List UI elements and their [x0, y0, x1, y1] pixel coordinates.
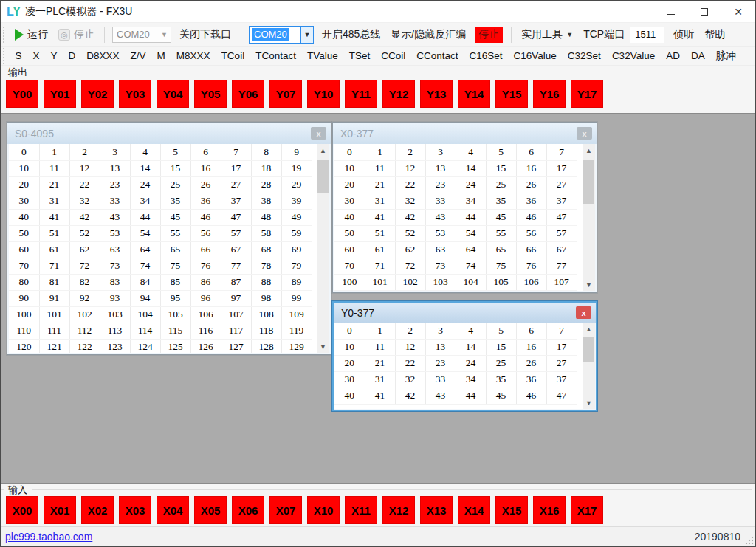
grid-cell-100[interactable]: 100 [334, 274, 365, 290]
grid-cell-113[interactable]: 113 [100, 323, 130, 339]
grid-cell-106[interactable]: 106 [190, 306, 221, 323]
grid-cell-45[interactable]: 45 [486, 388, 516, 404]
device-tab-x[interactable]: X [27, 49, 45, 63]
output-button-Y01[interactable]: Y01 [44, 80, 76, 108]
com-port-input[interactable]: COM20 [250, 27, 300, 43]
grid-cell-55[interactable]: 55 [486, 225, 516, 241]
grid-cell-69[interactable]: 69 [281, 241, 312, 258]
grid-cell-23[interactable]: 23 [425, 176, 456, 193]
grid-cell-101[interactable]: 101 [39, 306, 69, 323]
grid-cell-31[interactable]: 31 [39, 193, 69, 209]
grid-cell-24[interactable]: 24 [130, 176, 160, 193]
toolbar-grip[interactable] [3, 27, 6, 43]
device-tab-ad[interactable]: AD [661, 49, 686, 63]
grid-cell-46[interactable]: 46 [516, 388, 546, 404]
device-tab-c32value[interactable]: C32Value [606, 49, 660, 63]
grid-cell-53[interactable]: 53 [425, 225, 456, 241]
grid-cell-103[interactable]: 103 [100, 306, 130, 323]
grid-cell-92[interactable]: 92 [69, 290, 100, 306]
grid-cell-9[interactable]: 9 [281, 144, 312, 160]
grid-cell-17[interactable]: 17 [546, 160, 577, 176]
grid-cell-22[interactable]: 22 [395, 176, 425, 193]
grid-cell-7[interactable]: 7 [546, 144, 577, 160]
grid-cell-65[interactable]: 65 [486, 241, 516, 258]
grid-cell-2[interactable]: 2 [395, 144, 425, 160]
device-tab-ccoil[interactable]: CCoil [376, 49, 411, 63]
grid-cell-40[interactable]: 40 [9, 209, 39, 225]
grid-cell-4[interactable]: 4 [130, 144, 160, 160]
grid-cell-15[interactable]: 15 [486, 339, 516, 355]
grid-cell-39[interactable]: 39 [281, 193, 312, 209]
mdi-window-titlebar[interactable]: S0-4095 x [7, 123, 331, 144]
grid-cell-50[interactable]: 50 [334, 225, 365, 241]
grid-cell-16[interactable]: 16 [190, 160, 221, 176]
grid-cell-7[interactable]: 7 [546, 323, 577, 339]
device-tab-tcoil[interactable]: TCoil [216, 49, 250, 63]
grid-cell-40[interactable]: 40 [334, 388, 365, 404]
grid-cell-13[interactable]: 13 [425, 160, 456, 176]
grid-cell-67[interactable]: 67 [221, 241, 251, 258]
grid-cell-7[interactable]: 7 [221, 144, 251, 160]
mdi-close-icon[interactable]: x [576, 306, 591, 319]
grid-cell-36[interactable]: 36 [516, 371, 546, 388]
grid-cell-0[interactable]: 0 [334, 323, 365, 339]
grid-cell-21[interactable]: 21 [365, 176, 395, 193]
grid-cell-63[interactable]: 63 [425, 241, 456, 258]
grid-cell-43[interactable]: 43 [425, 209, 456, 225]
grid-cell-29[interactable]: 29 [281, 176, 312, 193]
grid-cell-81[interactable]: 81 [39, 274, 69, 290]
grid-cell-77[interactable]: 77 [221, 258, 251, 274]
output-button-Y06[interactable]: Y06 [232, 80, 264, 108]
grid-cell-47[interactable]: 47 [221, 209, 251, 225]
output-button-Y11[interactable]: Y11 [345, 80, 377, 108]
grid-cell-1[interactable]: 1 [39, 144, 69, 160]
com-port-combobox[interactable]: COM20 ▼ [249, 26, 314, 44]
grid-cell-10[interactable]: 10 [9, 160, 39, 176]
output-button-Y03[interactable]: Y03 [119, 80, 151, 108]
input-button-X04[interactable]: X04 [157, 496, 189, 524]
mdi-window-s0-4095[interactable]: S0-4095 x 012345678910111213141516171819… [7, 122, 331, 355]
grid-cell-62[interactable]: 62 [69, 241, 100, 258]
grid-cell-93[interactable]: 93 [100, 290, 130, 306]
grid-cell-0[interactable]: 0 [9, 144, 39, 160]
grid-cell-102[interactable]: 102 [395, 274, 425, 290]
grid-cell-82[interactable]: 82 [69, 274, 100, 290]
grid-cell-114[interactable]: 114 [130, 323, 160, 339]
grid-cell-102[interactable]: 102 [69, 306, 100, 323]
grid-cell-20[interactable]: 20 [334, 176, 365, 193]
grid-cell-46[interactable]: 46 [190, 209, 221, 225]
grid-cell-124[interactable]: 124 [130, 339, 160, 353]
grid-cell-41[interactable]: 41 [365, 388, 395, 404]
minimize-button[interactable] [653, 1, 687, 23]
grid-cell-20[interactable]: 20 [334, 355, 365, 371]
grid-cell-104[interactable]: 104 [456, 274, 486, 290]
grid-cell-73[interactable]: 73 [425, 258, 456, 274]
grid-cell-123[interactable]: 123 [100, 339, 130, 353]
grid-cell-12[interactable]: 12 [395, 160, 425, 176]
mdi-window-titlebar[interactable]: Y0-377 x [334, 303, 596, 323]
grid-cell-3[interactable]: 3 [425, 323, 456, 339]
grid-cell-25[interactable]: 25 [486, 176, 516, 193]
run-button[interactable]: 运行 [10, 28, 53, 41]
input-button-X05[interactable]: X05 [194, 496, 227, 524]
grid-cell-71[interactable]: 71 [365, 258, 395, 274]
device-tab--[interactable]: 脉冲 [710, 48, 741, 64]
grid-cell-34[interactable]: 34 [456, 371, 486, 388]
mdi-close-icon[interactable]: x [311, 127, 326, 140]
grid-cell-117[interactable]: 117 [221, 323, 251, 339]
grid-cell-120[interactable]: 120 [9, 339, 39, 353]
grid-cell-42[interactable]: 42 [69, 209, 100, 225]
grid-cell-22[interactable]: 22 [69, 176, 100, 193]
grid-cell-48[interactable]: 48 [251, 209, 281, 225]
grid-cell-59[interactable]: 59 [281, 225, 312, 241]
device-tab-tset[interactable]: TSet [343, 49, 376, 63]
grid-cell-57[interactable]: 57 [221, 225, 251, 241]
vertical-scrollbar[interactable]: ▲ ▼ [317, 144, 329, 353]
grid-cell-11[interactable]: 11 [39, 160, 69, 176]
grid-cell-51[interactable]: 51 [39, 225, 69, 241]
grid-cell-73[interactable]: 73 [100, 258, 130, 274]
grid-cell-61[interactable]: 61 [365, 241, 395, 258]
grid-cell-31[interactable]: 31 [365, 193, 395, 209]
grid-cell-96[interactable]: 96 [190, 290, 221, 306]
grid-cell-1[interactable]: 1 [365, 323, 395, 339]
